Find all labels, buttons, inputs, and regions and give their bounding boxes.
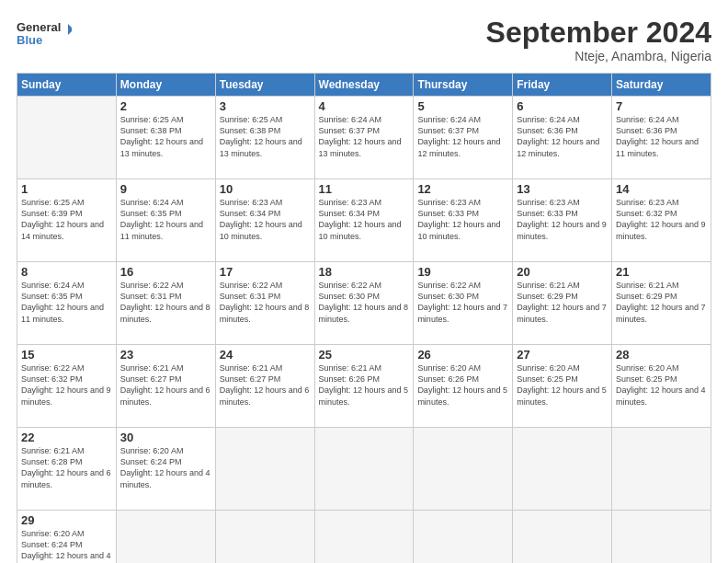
calendar-cell: 29 Sunrise: 6:20 AM Sunset: 6:24 PM Dayl… [17, 511, 117, 563]
calendar-cell: 17 Sunrise: 6:22 AM Sunset: 6:31 PM Dayl… [215, 262, 314, 345]
day-number: 3 [220, 99, 311, 113]
calendar-cell: 30 Sunrise: 6:20 AM Sunset: 6:24 PM Dayl… [116, 428, 215, 511]
calendar-cell: 16 Sunrise: 6:22 AM Sunset: 6:31 PM Dayl… [116, 262, 215, 345]
day-info: Sunrise: 6:22 AM Sunset: 6:30 PM Dayligh… [417, 280, 508, 325]
calendar-cell: 15 Sunrise: 6:22 AM Sunset: 6:32 PM Dayl… [17, 345, 117, 428]
day-info: Sunrise: 6:23 AM Sunset: 6:34 PM Dayligh… [319, 197, 410, 242]
weekday-header-cell: Monday [116, 74, 215, 97]
logo-svg: General Blue [17, 17, 72, 53]
calendar-cell [612, 428, 711, 511]
day-number: 23 [120, 348, 211, 362]
day-info: Sunrise: 6:24 AM Sunset: 6:37 PM Dayligh… [319, 114, 410, 159]
day-number: 15 [21, 348, 112, 362]
weekday-header-cell: Sunday [17, 74, 117, 97]
calendar-cell: 6 Sunrise: 6:24 AM Sunset: 6:36 PM Dayli… [513, 97, 612, 179]
day-info: Sunrise: 6:20 AM Sunset: 6:24 PM Dayligh… [21, 528, 112, 563]
day-info: Sunrise: 6:21 AM Sunset: 6:28 PM Dayligh… [21, 445, 112, 490]
day-number: 14 [616, 182, 707, 196]
calendar-cell: 25 Sunrise: 6:21 AM Sunset: 6:26 PM Dayl… [314, 345, 414, 428]
calendar-row: 29 Sunrise: 6:20 AM Sunset: 6:24 PM Dayl… [17, 511, 711, 563]
day-number: 8 [21, 265, 112, 279]
day-number: 21 [616, 265, 707, 279]
weekday-header-row: SundayMondayTuesdayWednesdayThursdayFrid… [17, 74, 711, 97]
day-number: 5 [417, 99, 508, 113]
day-info: Sunrise: 6:22 AM Sunset: 6:30 PM Dayligh… [319, 280, 410, 325]
location-subtitle: Nteje, Anambra, Nigeria [486, 49, 711, 63]
calendar-cell: 23 Sunrise: 6:21 AM Sunset: 6:27 PM Dayl… [116, 345, 215, 428]
calendar-cell: 24 Sunrise: 6:21 AM Sunset: 6:27 PM Dayl… [215, 345, 314, 428]
day-number: 26 [417, 348, 508, 362]
day-number: 2 [120, 99, 211, 113]
day-info: Sunrise: 6:23 AM Sunset: 6:33 PM Dayligh… [417, 197, 508, 242]
calendar-cell [215, 428, 314, 511]
day-info: Sunrise: 6:21 AM Sunset: 6:27 PM Dayligh… [220, 362, 311, 408]
day-info: Sunrise: 6:25 AM Sunset: 6:38 PM Dayligh… [120, 114, 211, 159]
calendar-row: 2 Sunrise: 6:25 AM Sunset: 6:38 PM Dayli… [17, 97, 711, 179]
calendar-cell: 4 Sunrise: 6:24 AM Sunset: 6:37 PM Dayli… [314, 97, 414, 179]
day-info: Sunrise: 6:23 AM Sunset: 6:32 PM Dayligh… [616, 197, 707, 242]
calendar-cell: 21 Sunrise: 6:21 AM Sunset: 6:29 PM Dayl… [612, 262, 711, 345]
weekday-header-cell: Tuesday [215, 74, 314, 97]
day-number: 25 [319, 348, 410, 362]
calendar-cell: 26 Sunrise: 6:20 AM Sunset: 6:26 PM Dayl… [414, 345, 513, 428]
day-number: 7 [616, 99, 707, 113]
calendar-cell: 3 Sunrise: 6:25 AM Sunset: 6:38 PM Dayli… [215, 97, 314, 179]
calendar-cell: 14 Sunrise: 6:23 AM Sunset: 6:32 PM Dayl… [612, 179, 711, 262]
calendar-cell [116, 511, 215, 563]
day-info: Sunrise: 6:24 AM Sunset: 6:36 PM Dayligh… [616, 114, 707, 159]
calendar-cell: 20 Sunrise: 6:21 AM Sunset: 6:29 PM Dayl… [513, 262, 612, 345]
day-number: 13 [517, 182, 608, 196]
day-number: 30 [120, 431, 211, 444]
day-number: 24 [220, 348, 311, 362]
day-number: 19 [417, 265, 508, 279]
day-info: Sunrise: 6:20 AM Sunset: 6:25 PM Dayligh… [616, 362, 707, 408]
calendar-cell: 8 Sunrise: 6:24 AM Sunset: 6:35 PM Dayli… [17, 262, 117, 345]
weekday-header-cell: Friday [513, 74, 612, 97]
day-number: 17 [220, 265, 311, 279]
day-info: Sunrise: 6:25 AM Sunset: 6:39 PM Dayligh… [21, 197, 112, 242]
day-number: 16 [120, 265, 211, 279]
calendar-row: 15 Sunrise: 6:22 AM Sunset: 6:32 PM Dayl… [17, 345, 711, 428]
calendar-cell [612, 511, 711, 563]
day-info: Sunrise: 6:25 AM Sunset: 6:38 PM Dayligh… [220, 114, 311, 159]
calendar-cell [414, 428, 513, 511]
day-info: Sunrise: 6:23 AM Sunset: 6:34 PM Dayligh… [220, 197, 311, 242]
day-info: Sunrise: 6:22 AM Sunset: 6:31 PM Dayligh… [220, 280, 311, 325]
svg-text:Blue: Blue [17, 33, 42, 47]
calendar-cell: 18 Sunrise: 6:22 AM Sunset: 6:30 PM Dayl… [314, 262, 414, 345]
day-number: 12 [417, 182, 508, 196]
logo: General Blue [17, 17, 72, 53]
day-info: Sunrise: 6:21 AM Sunset: 6:29 PM Dayligh… [616, 280, 707, 325]
calendar-cell [513, 428, 612, 511]
day-info: Sunrise: 6:21 AM Sunset: 6:26 PM Dayligh… [319, 362, 410, 408]
day-number: 20 [517, 265, 608, 279]
calendar-cell: 5 Sunrise: 6:24 AM Sunset: 6:37 PM Dayli… [414, 97, 513, 179]
day-number: 11 [319, 182, 410, 196]
day-info: Sunrise: 6:20 AM Sunset: 6:25 PM Dayligh… [517, 362, 608, 408]
day-number: 4 [319, 99, 410, 113]
day-number: 29 [21, 513, 112, 527]
calendar-cell [314, 511, 414, 563]
calendar-row: 22 Sunrise: 6:21 AM Sunset: 6:28 PM Dayl… [17, 428, 711, 511]
title-block: September 2024 Nteje, Anambra, Nigeria [486, 17, 711, 63]
calendar-cell: 27 Sunrise: 6:20 AM Sunset: 6:25 PM Dayl… [513, 345, 612, 428]
day-info: Sunrise: 6:23 AM Sunset: 6:33 PM Dayligh… [517, 197, 608, 242]
calendar-cell: 1 Sunrise: 6:25 AM Sunset: 6:39 PM Dayli… [17, 179, 117, 262]
calendar-cell [215, 511, 314, 563]
svg-text:General: General [17, 20, 61, 34]
weekday-header-cell: Thursday [414, 74, 513, 97]
calendar-row: 1 Sunrise: 6:25 AM Sunset: 6:39 PM Dayli… [17, 179, 711, 262]
header: General Blue September 2024 Nteje, Anamb… [17, 17, 711, 63]
calendar-row: 8 Sunrise: 6:24 AM Sunset: 6:35 PM Dayli… [17, 262, 711, 345]
weekday-header-cell: Wednesday [314, 74, 414, 97]
day-number: 1 [21, 182, 112, 196]
day-info: Sunrise: 6:24 AM Sunset: 6:37 PM Dayligh… [417, 114, 508, 159]
calendar-cell: 11 Sunrise: 6:23 AM Sunset: 6:34 PM Dayl… [314, 179, 414, 262]
day-number: 6 [517, 99, 608, 113]
month-title: September 2024 [486, 17, 711, 49]
day-info: Sunrise: 6:21 AM Sunset: 6:27 PM Dayligh… [120, 362, 211, 408]
svg-marker-2 [68, 24, 72, 35]
day-info: Sunrise: 6:20 AM Sunset: 6:26 PM Dayligh… [417, 362, 508, 408]
calendar-cell: 9 Sunrise: 6:24 AM Sunset: 6:35 PM Dayli… [116, 179, 215, 262]
day-number: 28 [616, 348, 707, 362]
